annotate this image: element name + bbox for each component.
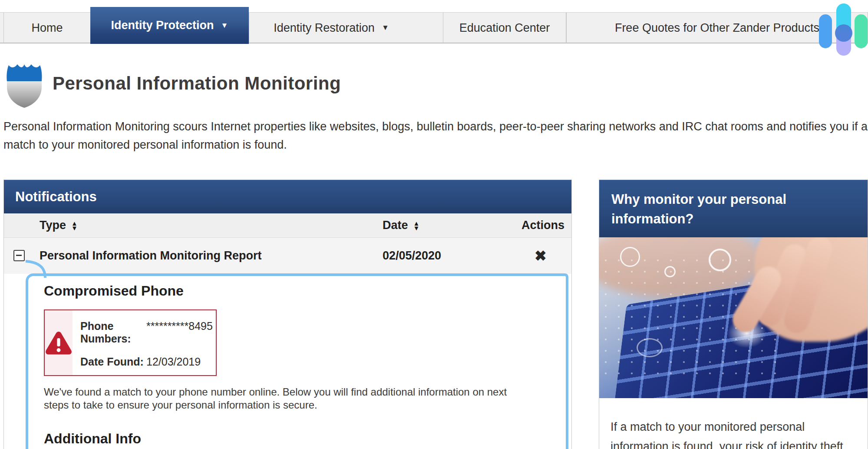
why-monitor-header: Why monitor your personal information? xyxy=(599,180,868,237)
detail-heading: Compromised Phone xyxy=(44,283,553,299)
additional-info-heading: Additional Info xyxy=(44,431,553,447)
notifications-table-header: Type ▲▼ Date ▲▼ Actions xyxy=(4,213,571,238)
nav-tab-label: Education Center xyxy=(459,21,550,35)
chevron-down-icon: ▼ xyxy=(382,23,389,32)
sort-icon: ▲▼ xyxy=(71,221,78,230)
page-description: Personal Information Monitoring scours I… xyxy=(3,117,868,154)
notification-actions: ✖ xyxy=(535,238,547,274)
warning-icon-cell xyxy=(45,310,73,375)
detail-message: We've found a match to your phone number… xyxy=(44,386,553,412)
nav-tab-education-center[interactable]: Education Center xyxy=(443,13,566,43)
alert-details: Phone Numbers: **********8495 Date Found… xyxy=(73,310,220,375)
notifications-panel: Notifications Type ▲▼ Date ▲▼ Actions Pe… xyxy=(3,180,572,449)
notification-row[interactable]: Personal Information Monitoring Report 0… xyxy=(4,238,571,274)
column-header-date[interactable]: Date ▲▼ xyxy=(383,213,419,237)
collapse-icon[interactable] xyxy=(13,250,25,261)
assistant-dot-icon xyxy=(835,24,852,42)
nav-tab-identity-protection[interactable]: Identity Protection ▼ xyxy=(90,7,249,44)
notification-date: 02/05/2020 xyxy=(383,238,441,274)
nav-tab-identity-restoration[interactable]: Identity Restoration ▼ xyxy=(249,13,413,43)
nav-tab-home[interactable]: Home xyxy=(3,13,90,43)
column-header-type[interactable]: Type ▲▼ xyxy=(40,213,78,237)
photo-ring xyxy=(664,266,676,277)
assistant-bar-icon xyxy=(855,14,868,48)
page-title: Personal Information Monitoring xyxy=(53,73,341,94)
nav-tab-label: Home xyxy=(31,21,63,35)
photo-ring xyxy=(637,338,663,357)
phone-value: **********8495 xyxy=(146,320,213,345)
photo-ring xyxy=(620,247,640,267)
shield-icon xyxy=(4,60,44,110)
assistant-bar-icon xyxy=(819,14,832,48)
date-found-value: 12/03/2019 xyxy=(146,356,201,368)
top-navigation: Home Identity Protection ▼ Identity Rest… xyxy=(0,12,868,43)
notification-detail-panel: Compromised Phone Phone Numbers: *******… xyxy=(26,273,568,449)
notification-type: Personal Information Monitoring Report xyxy=(40,238,262,274)
keyboard-photo xyxy=(599,237,868,398)
photo-ring xyxy=(709,249,731,271)
sort-icon: ▲▼ xyxy=(413,221,420,230)
nav-tab-label: Identity Restoration xyxy=(274,21,375,35)
phone-label: Phone Numbers: xyxy=(80,320,146,345)
notifications-panel-header: Notifications xyxy=(4,180,571,213)
voice-assistant-widget[interactable] xyxy=(815,3,868,56)
compromised-alert-box: Phone Numbers: **********8495 Date Found… xyxy=(44,309,217,376)
why-monitor-text: If a match to your monitored personal in… xyxy=(599,398,868,449)
nav-tab-label: Identity Protection xyxy=(111,19,214,32)
bubble-tail-icon xyxy=(25,259,47,278)
date-found-label: Date Found: xyxy=(80,356,146,368)
chevron-down-icon: ▼ xyxy=(221,21,228,30)
close-icon[interactable]: ✖ xyxy=(535,247,547,264)
warning-triangle-icon xyxy=(45,330,73,356)
column-header-actions: Actions xyxy=(521,213,564,237)
nav-tab-label: Free Quotes for Other Zander Products xyxy=(615,21,819,35)
why-monitor-panel: Why monitor your personal information? I… xyxy=(599,180,868,449)
